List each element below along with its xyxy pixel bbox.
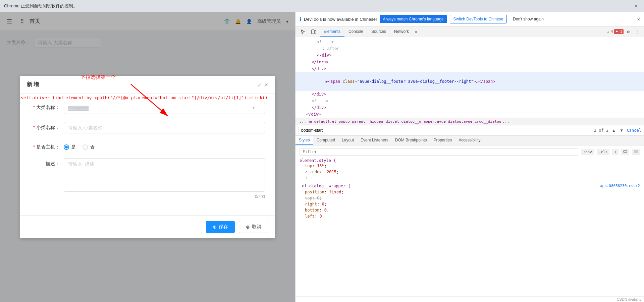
settings-icon[interactable]: ⚙: [625, 28, 632, 36]
dialog-body: 大类名称： ▓▓▓▓▓▓ ▾ 小类名称：: [20, 94, 275, 215]
chrome-bar: Chrome 正受到自动测试软件的控制。 ×: [0, 0, 644, 12]
warning-count: 4: [611, 29, 613, 34]
devtools-breadcrumb: ... ne-default.el-popup-parent--hidden d…: [296, 118, 644, 125]
breadcrumb-popup[interactable]: ne-default.el-popup-parent--hidden: [308, 119, 383, 124]
dialog-footer: ⊕ 保存 ⊗ 取消: [20, 215, 275, 238]
dialog-title: 新 增: [27, 81, 39, 88]
chrome-close-button[interactable]: ×: [632, 2, 640, 10]
devtools-panel: ℹ DevTools is now available in Chinese! …: [295, 12, 644, 302]
search-input[interactable]: [298, 127, 591, 134]
styles-filter-input[interactable]: [300, 148, 578, 156]
styles-panel[interactable]: :hov .cls + element.styl: [296, 145, 644, 296]
desc-label: 描述：: [30, 158, 64, 167]
new-rule-icon: [623, 149, 627, 154]
breadcrumb-dialog[interactable]: div.el-dialog__wrapper.avue-dialog.avue-…: [386, 119, 501, 124]
textarea-count: 0/200: [64, 194, 265, 199]
dialog-close-icon[interactable]: ✕: [264, 82, 268, 87]
warning-badge: ▲: [607, 29, 609, 34]
code-line-2: ::after: [296, 45, 644, 52]
category-control: ▓▓▓▓▓▓ ▾: [64, 102, 265, 114]
toggle-icon: [634, 149, 638, 154]
radio-no[interactable]: 否: [83, 144, 95, 150]
dialog-expand-icon[interactable]: ⤢: [258, 82, 262, 87]
style-rule-zindex: z-index: 2015;: [300, 169, 640, 175]
tab-console[interactable]: Console: [344, 27, 367, 37]
save-button[interactable]: ⊕ 保存: [206, 221, 235, 233]
category-label: 大类名称：: [30, 102, 64, 111]
svg-rect-3: [315, 31, 316, 33]
dialog-header: 新 增 ⤢ ✕: [20, 76, 275, 94]
tab-accessibility[interactable]: Accessibility: [455, 136, 484, 145]
style-rule-top: top: 15%;: [300, 163, 640, 169]
devtools-right-tools: ▲ 4 ⚑ 1 ⚙ ⋮: [607, 28, 641, 36]
tab-layout[interactable]: Layout: [338, 136, 357, 145]
devtools-footer: CSDN @ability: [296, 296, 644, 302]
search-prev-button[interactable]: ▲: [611, 127, 616, 133]
code-line-9: </div>: [296, 104, 644, 111]
style-rule-right: right: 0;: [300, 201, 640, 207]
code-line-8: <!---->: [296, 98, 644, 104]
computed-style-toggle[interactable]: [632, 149, 640, 155]
hov-toggle[interactable]: :hov: [581, 149, 594, 155]
inspect-element-tool[interactable]: [298, 28, 308, 36]
switch-to-chinese-button[interactable]: Switch DevTools to Chinese: [450, 15, 507, 23]
footer-text: CSDN @ability: [616, 297, 641, 301]
tab-dom-breakpoints[interactable]: DOM Breakpoints: [392, 136, 430, 145]
always-match-language-button[interactable]: Always match Chrome's language: [380, 15, 447, 23]
cancel-label: 取消: [252, 224, 261, 230]
style-rule-position: position: fixed;: [300, 189, 640, 195]
style-rule-bottom: bottom: 0;: [300, 207, 640, 213]
form-item-subcategory: 小类名称：: [30, 122, 265, 133]
new-style-rule-button[interactable]: [621, 149, 629, 155]
tab-network[interactable]: Network: [390, 27, 413, 37]
tab-properties[interactable]: Properties: [430, 136, 455, 145]
svg-rect-4: [624, 150, 627, 153]
tab-elements[interactable]: Elements: [320, 27, 344, 37]
main-layout: ☰ ⠿ 首页 👕 🔔 👤 高级管理员 ▾ 大类名称： 新 增: [0, 12, 644, 302]
devtools-search-bar: 2 of 2 ▲ ▼ Cancel: [296, 125, 644, 136]
breadcrumb-more: ...: [502, 119, 509, 124]
dialog-wrapper-selector-row: .el-dialog__wrapper { app.08058230.css:2: [300, 184, 640, 189]
ishost-label: 是否主机：: [30, 141, 64, 150]
form-item-desc: 描述： 0/200: [30, 158, 265, 199]
radio-group-ishost: 是 否: [64, 141, 265, 150]
notification-text: DevTools is now available in Chinese!: [304, 17, 377, 22]
more-tabs-button[interactable]: »: [413, 27, 419, 36]
search-cancel-button[interactable]: Cancel: [627, 128, 641, 133]
cursor-icon: [300, 29, 306, 35]
desc-textarea[interactable]: [64, 158, 265, 192]
subcategory-control: [64, 122, 265, 133]
dont-show-again-button[interactable]: Don't show again: [509, 15, 547, 23]
element-style-close: }: [300, 175, 640, 181]
svg-rect-6: [636, 150, 638, 153]
cancel-button[interactable]: ⊗ 取消: [239, 221, 268, 233]
element-style-selector: element.style {: [300, 158, 640, 163]
device-toolbar-tool[interactable]: [309, 28, 318, 36]
add-style-button[interactable]: +: [612, 149, 619, 155]
tab-sources[interactable]: Sources: [367, 27, 390, 37]
error-badge: ⚑ 1: [614, 29, 624, 34]
form-item-category: 大类名称： ▓▓▓▓▓▓ ▾: [30, 102, 265, 114]
radio-no-label: 否: [90, 144, 95, 150]
cls-toggle[interactable]: .cls: [597, 149, 610, 155]
more-options-icon[interactable]: ⋮: [633, 28, 641, 36]
radio-yes[interactable]: 是: [64, 144, 76, 150]
devtools-code-area[interactable]: <!----> ::after </div> </form> </div> ▶<…: [296, 37, 644, 118]
devtools-tabs: Elements Console Sources Network »: [320, 27, 606, 37]
category-select[interactable]: ▓▓▓▓▓▓ ▾: [64, 102, 265, 114]
dialog-overlay: 新 增 ⤢ ✕ 大类名称： ▓▓▓▓▓▓ ▾: [0, 12, 295, 302]
dialog-header-icons: ⤢ ✕: [258, 82, 268, 87]
notification-close-icon[interactable]: ✕: [637, 16, 640, 22]
tab-computed[interactable]: Computed: [313, 136, 338, 145]
dialog-wrapper-style-block: .el-dialog__wrapper { app.08058230.css:2…: [300, 184, 640, 219]
search-next-button[interactable]: ▼: [619, 127, 624, 133]
code-line-6[interactable]: ▶<span class="avue-dialog__footer avue-d…: [296, 72, 644, 91]
category-select-arrow-icon: ▾: [253, 106, 255, 110]
tab-event-listeners[interactable]: Event Listeners: [357, 136, 392, 145]
dialog-wrapper-source[interactable]: app.08058230.css:2: [600, 184, 640, 189]
tab-styles[interactable]: Styles: [296, 136, 313, 145]
search-result-count: 2 of 2: [594, 128, 608, 133]
code-line-10: </div>: [296, 111, 644, 118]
styles-filter-bar: :hov .cls +: [300, 148, 640, 156]
subcategory-input[interactable]: [64, 122, 265, 133]
